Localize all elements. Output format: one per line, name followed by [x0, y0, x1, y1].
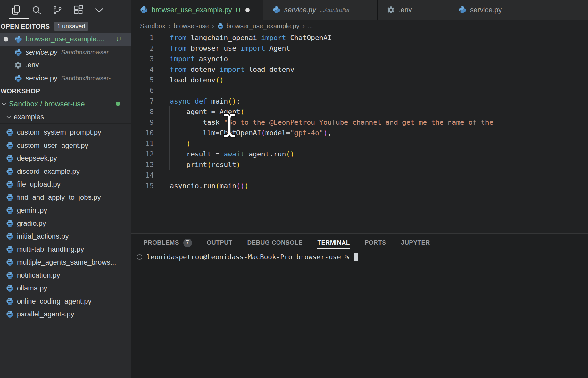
file-item[interactable]: multiple_agents_same_brows...	[0, 256, 131, 269]
python-icon	[6, 297, 14, 306]
code-token: import	[261, 34, 286, 42]
line-number: 10	[131, 128, 154, 138]
code-text: llm=ChatOpenAI(model="gpt-4o"),	[170, 128, 332, 138]
code-token: dotenv	[186, 65, 220, 73]
python-icon	[217, 23, 224, 30]
open-editors-header[interactable]: OPEN EDITORS 1 unsaved	[0, 20, 131, 33]
code-token: "gpt-4o"	[290, 129, 323, 137]
code-token: (	[261, 129, 265, 137]
breadcrumb-separator-icon: ›	[168, 22, 171, 30]
panel-tab-label: TERMINAL	[317, 239, 350, 246]
file-item-label: custom_user_agent.py	[17, 141, 88, 150]
code-line[interactable]: 11 )	[131, 138, 588, 149]
panel-tab-label: OUTPUT	[207, 239, 233, 246]
breadcrumb-item[interactable]: Sandbox	[140, 22, 165, 30]
tab-bar: browser_use_example.pyUservice.py.../con…	[131, 0, 588, 20]
line-number: 4	[131, 64, 154, 75]
source-control-icon[interactable]	[51, 4, 63, 16]
panel-tab-problems[interactable]: PROBLEMS7	[144, 234, 192, 252]
panel-tab-label: DEBUG CONSOLE	[247, 239, 302, 246]
code-text: agent = Agent(	[170, 106, 244, 117]
tab-service.py[interactable]: service.py	[449, 0, 588, 20]
code-line[interactable]: 13 print(result)	[131, 159, 588, 170]
file-item[interactable]: deepseek.py	[0, 152, 131, 165]
line-number: 2	[131, 43, 154, 54]
modified-dot	[116, 102, 120, 106]
code-token: import	[170, 55, 195, 63]
file-item[interactable]: gemini.py	[0, 204, 131, 217]
tab-.env[interactable]: .env	[378, 0, 449, 20]
code-token: agent = Agent	[170, 108, 240, 116]
file-item[interactable]: discord_example.py	[0, 165, 131, 178]
file-item[interactable]: multi-tab_handling.py	[0, 243, 131, 256]
code-token: Agent	[265, 44, 290, 52]
code-text: print(result)	[170, 159, 240, 170]
line-number: 5	[131, 75, 154, 85]
panel-tab-debug-console[interactable]: DEBUG CONSOLE	[247, 234, 302, 252]
file-item[interactable]: parallel_agents.py	[0, 308, 131, 321]
code-token: )	[244, 182, 249, 190]
python-icon	[6, 141, 14, 150]
panel-tab-ports[interactable]: PORTS	[365, 234, 386, 252]
file-item-label: gradio.py	[17, 219, 46, 228]
file-item[interactable]: find_and_apply_to_jobs.py	[0, 191, 131, 204]
file-item[interactable]: initial_actions.py	[0, 230, 131, 243]
panel-tab-label: PROBLEMS	[144, 239, 179, 246]
code-token: (	[240, 108, 244, 116]
file-item[interactable]: custom_system_prompt.py	[0, 126, 131, 139]
code-line[interactable]: 1from langchain_openai import ChatOpenAI	[131, 32, 588, 43]
code-token: ,	[327, 129, 332, 137]
code-line[interactable]: 10 llm=ChatOpenAI(model="gpt-4o"),	[131, 128, 588, 138]
command-decoration-icon	[137, 254, 142, 260]
code-line[interactable]: 15asyncio.run(main())	[131, 181, 588, 191]
code-token: def	[195, 97, 207, 105]
extensions-icon[interactable]	[72, 4, 84, 16]
python-icon	[140, 6, 148, 14]
open-editor-item[interactable]: .env	[0, 59, 131, 72]
line-number: 12	[131, 149, 154, 159]
code-line[interactable]: 4from dotenv import load_dotenv	[131, 64, 588, 75]
open-editor-item[interactable]: service.pySandbox/browser-...	[0, 72, 131, 85]
code-line[interactable]: 6	[131, 85, 588, 96]
code-line[interactable]: 12 result = await agent.run()	[131, 149, 588, 159]
python-icon	[6, 271, 14, 280]
code-line[interactable]: 7async def main():	[131, 96, 588, 106]
breadcrumb-item[interactable]: ...	[308, 22, 313, 30]
files-icon[interactable]	[10, 4, 22, 16]
breadcrumb-item[interactable]: browser-use	[174, 22, 209, 30]
open-editor-label: service.py	[26, 48, 57, 56]
file-item[interactable]: file_upload.py	[0, 178, 131, 191]
code-editor[interactable]: 1from langchain_openai import ChatOpenAI…	[131, 32, 588, 233]
code-token: :	[236, 97, 240, 105]
workshop-section-header[interactable]: WORKSHOP	[0, 85, 131, 97]
file-item[interactable]: ollama.py	[0, 282, 131, 295]
code-text: task="Go to the @LeonPetrou YouTube chan…	[170, 117, 493, 128]
tab-service.py[interactable]: service.py.../controller	[263, 0, 378, 20]
breadcrumb-item[interactable]: browser_use_example.py	[217, 22, 299, 30]
tree-folder-examples[interactable]: examples	[0, 111, 131, 124]
file-item[interactable]: online_coding_agent.py	[0, 295, 131, 308]
file-item[interactable]: custom_user_agent.py	[0, 139, 131, 152]
code-line[interactable]: 14	[131, 170, 588, 181]
tree-folder-label: examples	[14, 113, 44, 121]
search-icon[interactable]	[30, 4, 43, 16]
panel-tab-terminal[interactable]: TERMINAL	[317, 234, 350, 252]
code-line[interactable]: 9 task="Go to the @LeonPetrou YouTube ch…	[131, 117, 588, 128]
breadcrumb: Sandbox›browser-use›browser_use_example.…	[131, 20, 588, 32]
file-item[interactable]: notification.py	[0, 269, 131, 282]
code-line[interactable]: 2from browser_use import Agent	[131, 43, 588, 54]
tab-browser_use_example.py[interactable]: browser_use_example.pyU	[131, 0, 263, 20]
open-editor-item[interactable]: service.pySandbox/browser...	[0, 46, 131, 59]
panel-tab-jupyter[interactable]: JUPYTER	[401, 234, 430, 252]
code-line[interactable]: 3import asyncio	[131, 54, 588, 64]
panel-tab-output[interactable]: OUTPUT	[207, 234, 233, 252]
tree-root-sandbox-browser-use[interactable]: Sandbox / browser-use	[0, 97, 131, 111]
open-editor-label: .env	[26, 61, 39, 69]
line-number: 6	[131, 85, 154, 96]
code-line[interactable]: 8 agent = Agent(	[131, 106, 588, 117]
file-item[interactable]: gradio.py	[0, 217, 131, 230]
terminal[interactable]: leonidaspetrou@Leonidass-MacBook-Pro bro…	[131, 253, 588, 261]
open-editor-item[interactable]: browser_use_example....U	[0, 33, 131, 46]
code-line[interactable]: 5load_dotenv()	[131, 75, 588, 85]
chevron-down-icon[interactable]	[93, 4, 105, 16]
